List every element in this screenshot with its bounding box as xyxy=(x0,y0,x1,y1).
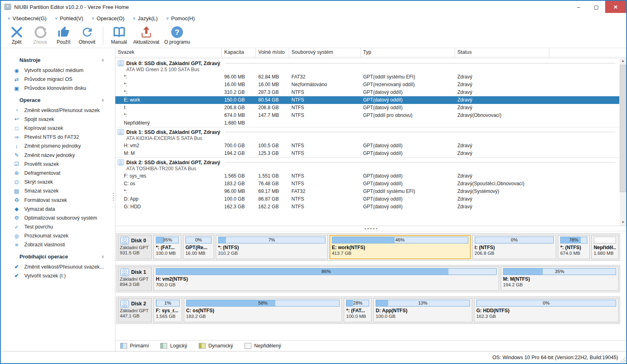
horizontal-splitter[interactable] xyxy=(115,226,626,231)
partition-block[interactable]: 1%F: sys_r...1.565 GB xyxy=(153,298,182,322)
drive-letter-icon: ↕ xyxy=(13,143,20,149)
partition-label: GPT(Re... xyxy=(185,245,212,250)
menu-item-label: Pomoc(H) xyxy=(171,15,195,21)
partition-block[interactable]: 35%*: (FAT...100.0 MB xyxy=(153,235,181,259)
menu-item-vseobecne[interactable]: ∨Všeobecné(G) xyxy=(3,14,51,23)
zpet-button[interactable]: Zpět xyxy=(5,25,28,45)
partition-block[interactable]: 7%*: (NTFS)310.2 GB xyxy=(216,235,328,259)
cell xyxy=(549,172,619,180)
column-header-Status[interactable]: Status xyxy=(455,48,549,57)
table-row[interactable]: *:16.00 MB16.00 MBNezformátovánoGPT(reze… xyxy=(115,81,619,89)
menu-item-jazyk[interactable]: ∨Jazyk(L) xyxy=(128,14,162,23)
sidebar-item-label: Defragmentovat xyxy=(24,170,60,176)
menu-item-operace[interactable]: ∨Operace(O) xyxy=(87,14,129,23)
cell: FAT32 xyxy=(289,188,361,195)
cell: I: xyxy=(115,104,222,112)
section-header-probihajici-operace[interactable]: Probíhající operace∧ xyxy=(19,254,104,260)
sidebar-item-merge[interactable]: ↩Spojit svazek xyxy=(1,115,115,124)
menu-item-pomoc[interactable]: ∨Pomoc(H) xyxy=(162,14,199,23)
section-header-operace[interactable]: Operace∧ xyxy=(19,97,104,103)
partition-block[interactable]: 78%*: (NTFS)674.0 MB xyxy=(558,235,589,259)
menu-item-pohled[interactable]: ∨Pohled(V) xyxy=(51,14,87,23)
table-scrollbar[interactable]: ▲ ▼ xyxy=(620,58,626,226)
sidebar-item-boot-media[interactable]: ◉Vytvořit spouštěcí médium xyxy=(1,66,115,75)
partition-block[interactable]: 0%I: (NTFS)206.8 GB xyxy=(472,235,557,259)
sidebar-item-rename[interactable]: ✎Změnit název jednotky xyxy=(1,151,115,160)
column-header-Souborový systém[interactable]: Souborový systém xyxy=(289,48,361,57)
table-row[interactable]: D: App100.0 GB86.87 GBNTFSGPT(datový odd… xyxy=(115,195,619,203)
column-header-Volné místo[interactable]: Volné místo xyxy=(256,48,289,57)
section-title: Nástroje xyxy=(19,57,40,63)
partition-block[interactable]: 86%H: vm2(NTFS)700.0 GB xyxy=(153,267,499,291)
table-row[interactable]: C: os183.2 GB76.48 GBNTFSGPT(datový oddí… xyxy=(115,180,619,188)
aktualizovat-button[interactable]: Aktualizovat xyxy=(131,25,162,45)
column-header-Svazek[interactable]: Svazek xyxy=(115,48,222,57)
table-row[interactable]: I:206.8 GB206.8 GBNTFSGPT(datový oddíl)Z… xyxy=(115,104,619,112)
partition-block[interactable]: 58%C: os(NTFS)183.2 GB xyxy=(184,298,342,322)
znova-button[interactable]: Znova xyxy=(28,25,52,45)
sidebar-item-properties[interactable]: ≡Zobrazit vlastnosti xyxy=(1,240,115,249)
manual-button[interactable]: Manuál xyxy=(107,25,131,45)
sidebar-item-format[interactable]: ♻Formátovat svazek xyxy=(1,195,115,204)
column-header-blank[interactable] xyxy=(549,48,626,57)
partition-block[interactable]: 28%*: (FAT...100.0 MB xyxy=(344,298,372,322)
scrollbar-thumb[interactable] xyxy=(620,65,626,192)
merge-volume-icon: ↩ xyxy=(13,116,20,122)
sidebar-item-hide[interactable]: ∅Skrýt svazek xyxy=(1,178,115,186)
table-row-selected[interactable]: E: work150.0 GB80.54 GBNTFSGPT(datový od… xyxy=(115,96,619,104)
sidebar-item-surface-test[interactable]: ✓Test povrchu xyxy=(1,222,115,231)
partition-block[interactable]: Nepřiděl...1.680 MB xyxy=(591,235,618,259)
disk-panel-header[interactable]: Disk 2Základní GPT447.1 GB xyxy=(118,298,152,322)
table-row[interactable]: *:310.2 GB287.3 GBNTFSGPT(datový oddíl)Z… xyxy=(115,89,619,96)
disk-panel-header[interactable]: Disk 1Základní GPT894.3 GB xyxy=(118,267,152,291)
cell: NTFS xyxy=(289,112,361,119)
disk-panel-header[interactable]: Disk 0Základní GPT931.5 GB xyxy=(118,235,152,259)
cell: Zdravý xyxy=(455,89,549,96)
sidebar-item-label: Prověřit svazek xyxy=(24,161,59,167)
sidebar-item-optimize[interactable]: ⚙Optimalizovat souborový systém xyxy=(1,214,115,222)
sidebar-item-clone-disk[interactable]: ▣Průvodce klonováním disku xyxy=(1,84,115,93)
column-header-Typ[interactable]: Typ xyxy=(361,48,455,57)
partition-label: H: vm2(NTFS) xyxy=(156,276,497,282)
sidebar-item-drive-letter[interactable]: ↕Změnit písmeno jednotky xyxy=(1,142,115,150)
minimize-button[interactable]: – xyxy=(570,1,587,13)
partition-label: *: (NTFS) xyxy=(560,245,587,250)
partition-block[interactable]: 35%M: M(NTFS)194.2 GB xyxy=(501,267,618,291)
resize-grip[interactable] xyxy=(620,357,625,362)
sidebar-item-defrag[interactable]: ⊛Defragmentovat xyxy=(1,169,115,178)
sidebar-item-resize-move[interactable]: ◔Změnit velikost/Přesunout svazek xyxy=(1,106,115,115)
table-row[interactable]: M: M194.2 GB125.3 GBNTFSGPT(datový oddíl… xyxy=(115,150,619,157)
table-row[interactable]: F: sys_res1.565 GB1.551 GBNTFSGPT(datový… xyxy=(115,172,619,180)
partition-block[interactable]: 0%G: HDD(NTFS)162.3 GB xyxy=(474,298,618,322)
section-header-nastroje[interactable]: Nástroje∧ xyxy=(19,57,104,63)
close-button[interactable]: ✕ xyxy=(605,1,626,13)
maximize-button[interactable]: ▢ xyxy=(587,1,605,13)
sidebar-item-convert[interactable]: ⇒Převést NTFS do FAT32 xyxy=(1,133,115,142)
sidebar-item-wipe[interactable]: ◆Vymazat data xyxy=(1,205,115,214)
table-row[interactable]: Nepřidělený1.680 MB xyxy=(115,119,619,127)
sidebar-item-copy[interactable]: □Kopírovat svazek xyxy=(1,124,115,133)
partition-block-selected[interactable]: 46%E: work(NTFS)413.7 GB xyxy=(329,235,471,259)
table-row[interactable]: G: HDD162.3 GB162.2 GBNTFSGPT(datový odd… xyxy=(115,203,619,211)
scroll-up-arrow-icon[interactable]: ▲ xyxy=(620,58,626,64)
sidebar-item-delete[interactable]: ▤Smazat svazek xyxy=(1,186,115,195)
sidebar-item-explore[interactable]: ◎Prozkoumat svazek xyxy=(1,231,115,240)
pouzit-button[interactable]: Použít xyxy=(52,25,75,45)
sidebar-item-check[interactable]: ☑Prověřit svazek xyxy=(1,160,115,169)
table-row[interactable]: *:96.00 MB62.84 MBFAT32GPT(oddíl systému… xyxy=(115,73,619,81)
table-row[interactable]: *:674.0 MB147.7 MBNTFSGPT(oddíl pro obno… xyxy=(115,112,619,119)
o-programu-button[interactable]: ?O programu xyxy=(162,25,193,45)
sidebar-item-os-migration[interactable]: ⇄Průvodce migrací OS xyxy=(1,75,115,84)
column-header-Kapacita[interactable]: Kapacita xyxy=(222,48,256,57)
sidebar-item-pending-resize[interactable]: ✔Změnit velikost/Přesunout svazek... xyxy=(1,262,115,271)
scroll-down-arrow-icon[interactable]: ▼ xyxy=(620,219,626,226)
table-row[interactable]: H: vm2700.0 GB100.5 GBNTFSGPT(datový odd… xyxy=(115,142,619,150)
delete-volume-icon: ▤ xyxy=(13,188,20,194)
partition-block[interactable]: 13%D: App(NTFS)100.0 GB xyxy=(373,298,472,322)
usage-percent: 58% xyxy=(187,300,339,306)
sidebar-item-pending-create[interactable]: ✔Vytvořit svazek (I:) xyxy=(1,271,115,280)
table-row[interactable]: *:96.00 MB69.17 MBFAT32GPT(oddíl systému… xyxy=(115,188,619,195)
obnovit-button[interactable]: Obnovit xyxy=(75,25,99,45)
sidebar-splitter-handle[interactable] xyxy=(113,193,114,201)
partition-block[interactable]: 0%GPT(Re...16.00 MB xyxy=(183,235,214,259)
